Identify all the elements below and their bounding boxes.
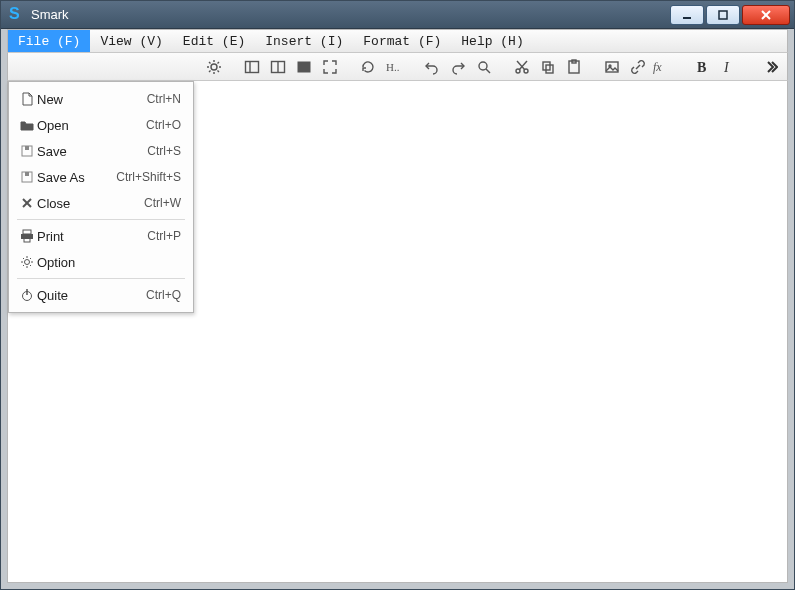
refresh-icon [360, 59, 376, 75]
svg-rect-34 [24, 238, 30, 242]
refresh-button[interactable] [356, 56, 380, 78]
redo-button[interactable] [446, 56, 470, 78]
menuitem-shortcut: Ctrl+O [146, 118, 181, 132]
menuitem-print[interactable]: Print Ctrl+P [11, 223, 191, 249]
menuitem-option[interactable]: Option [11, 249, 191, 275]
menuitem-label: New [37, 92, 101, 107]
fullscreen-button[interactable] [318, 56, 342, 78]
image-icon [604, 59, 620, 75]
menuitem-new[interactable]: New Ctrl+N [11, 86, 191, 112]
bold-icon: B [694, 59, 710, 75]
menu-separator [17, 219, 185, 220]
app-icon: S [9, 7, 25, 23]
menu-file[interactable]: File (F) [8, 30, 90, 52]
svg-point-11 [479, 62, 487, 70]
file-menu-dropdown: New Ctrl+N Open Ctrl+O Save Ctrl+S Save … [8, 81, 194, 313]
layout-full-button[interactable] [292, 56, 316, 78]
italic-button[interactable]: I [716, 56, 740, 78]
svg-rect-27 [25, 146, 29, 150]
formula-button[interactable]: fx [652, 56, 676, 78]
menuitem-label: Save As [37, 170, 101, 185]
bold-button[interactable]: B [690, 56, 714, 78]
menuitem-shortcut: Ctrl+Q [146, 288, 181, 302]
window-controls [668, 5, 790, 25]
minimize-icon [681, 9, 693, 21]
svg-line-2 [762, 11, 770, 19]
menuitem-save-as[interactable]: Save As Ctrl+Shift+S [11, 164, 191, 190]
open-folder-icon [17, 118, 37, 132]
close-button[interactable] [742, 5, 790, 25]
svg-text:B: B [697, 60, 706, 75]
close-file-icon [17, 197, 37, 209]
menubar: File (F) View (V) Edit (E) Insert (I) Fo… [7, 29, 788, 53]
redo-icon [450, 59, 466, 75]
toolbar-overflow-button[interactable] [759, 56, 783, 78]
undo-button[interactable] [420, 56, 444, 78]
cut-icon [514, 59, 530, 75]
power-icon [17, 288, 37, 302]
menu-format[interactable]: Format (F) [353, 30, 451, 52]
search-icon [476, 59, 492, 75]
menuitem-shortcut: Ctrl+P [147, 229, 181, 243]
settings-button[interactable] [202, 56, 226, 78]
menu-insert[interactable]: Insert (I) [255, 30, 353, 52]
menuitem-shortcut: Ctrl+N [147, 92, 181, 106]
menuitem-save[interactable]: Save Ctrl+S [11, 138, 191, 164]
svg-point-22 [609, 65, 611, 67]
paste-button[interactable] [562, 56, 586, 78]
menuitem-open[interactable]: Open Ctrl+O [11, 112, 191, 138]
layout-split-button[interactable] [266, 56, 290, 78]
svg-rect-20 [572, 60, 576, 63]
copy-icon [540, 59, 556, 75]
menuitem-label: Quite [37, 288, 101, 303]
maximize-icon [717, 9, 729, 21]
svg-rect-17 [543, 62, 550, 70]
image-button[interactable] [600, 56, 624, 78]
heading-icon: H.. [386, 59, 402, 75]
menuitem-label: Save [37, 144, 101, 159]
app-window: S Smark File (F) View (V) Edit (E) Inser… [0, 0, 795, 590]
menuitem-shortcut: Ctrl+Shift+S [116, 170, 181, 184]
svg-rect-32 [23, 230, 31, 234]
svg-rect-1 [719, 11, 727, 19]
heading-button[interactable]: H.. [382, 56, 406, 78]
formula-icon: fx [653, 59, 675, 75]
svg-rect-19 [569, 61, 579, 73]
svg-rect-33 [21, 234, 33, 239]
svg-text:fx: fx [653, 60, 662, 74]
menuitem-quit[interactable]: Quite Ctrl+Q [11, 282, 191, 308]
svg-line-31 [23, 199, 31, 207]
link-button[interactable] [626, 56, 650, 78]
svg-point-35 [25, 260, 30, 265]
option-gear-icon [17, 255, 37, 269]
svg-text:H..: H.. [386, 61, 400, 73]
maximize-button[interactable] [706, 5, 740, 25]
chevron-right-icon [764, 60, 778, 74]
menu-edit[interactable]: Edit (E) [173, 30, 255, 52]
menuitem-label: Option [37, 255, 101, 270]
close-icon [760, 9, 772, 21]
menu-help[interactable]: Help (H) [451, 30, 533, 52]
link-icon [630, 59, 646, 75]
svg-line-3 [762, 11, 770, 19]
layout-split-icon [270, 59, 286, 75]
menuitem-label: Close [37, 196, 101, 211]
search-button[interactable] [472, 56, 496, 78]
editor-area[interactable]: New Ctrl+N Open Ctrl+O Save Ctrl+S Save … [7, 81, 788, 583]
menuitem-close[interactable]: Close Ctrl+W [11, 190, 191, 216]
save-icon [17, 144, 37, 158]
italic-icon: I [720, 59, 736, 75]
window-title: Smark [31, 7, 668, 22]
svg-rect-21 [606, 62, 618, 72]
cut-button[interactable] [510, 56, 534, 78]
svg-point-36 [23, 292, 32, 301]
menuitem-shortcut: Ctrl+S [147, 144, 181, 158]
layout-left-button[interactable] [240, 56, 264, 78]
menuitem-shortcut: Ctrl+W [144, 196, 181, 210]
copy-button[interactable] [536, 56, 560, 78]
svg-point-4 [211, 64, 217, 70]
menu-view[interactable]: View (V) [90, 30, 172, 52]
new-file-icon [17, 92, 37, 106]
minimize-button[interactable] [670, 5, 704, 25]
layout-left-icon [244, 59, 260, 75]
